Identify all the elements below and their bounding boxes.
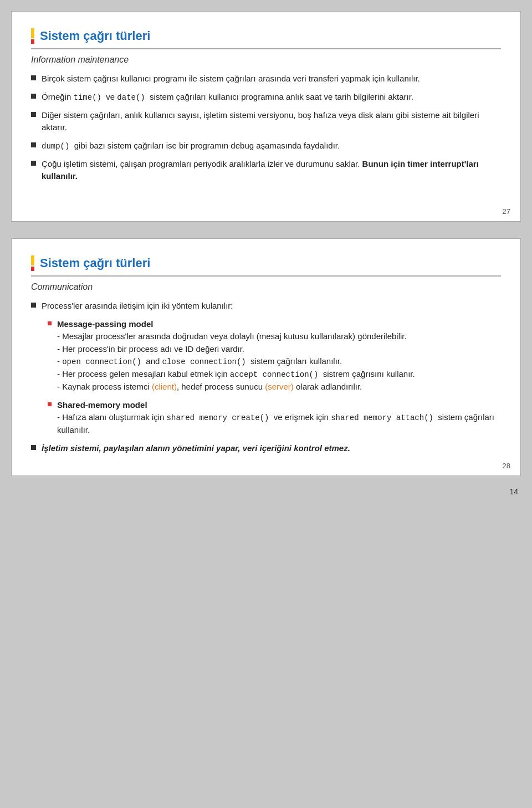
final-bullet-list: İşletim sistemi, paylaşılan alanın yönet… bbox=[31, 442, 501, 455]
sub-bullet-text: Message-passing model - Mesajlar process… bbox=[57, 318, 501, 393]
slide1-header: Sistem çağrı türleri bbox=[31, 28, 501, 44]
text-line: - Her process'in bir process adı ve ID d… bbox=[57, 344, 244, 354]
bullet-text: Process'ler arasında iletişim için iki y… bbox=[42, 300, 501, 313]
bullet-text: Birçok sistem çağrısı kullanıcı programı… bbox=[42, 73, 501, 85]
list-item: İşletim sistemi, paylaşılan alanın yönet… bbox=[31, 442, 501, 455]
list-item: Örneğin time() ve date() sistem çağrılar… bbox=[31, 91, 501, 104]
slide2-title: Sistem çağrı türleri bbox=[40, 256, 150, 270]
bullet-text: dump() gibi bazı sistem çağrıları ise bi… bbox=[42, 140, 501, 152]
slide2-number: 28 bbox=[503, 462, 510, 470]
accent-top-1 bbox=[31, 28, 34, 38]
header-accent-1 bbox=[31, 28, 34, 44]
bullet-icon bbox=[31, 161, 36, 166]
slide2-header: Sistem çağrı türleri bbox=[31, 255, 501, 271]
slide2-subtitle: Communication bbox=[31, 282, 501, 292]
accent-bottom-2 bbox=[31, 267, 34, 271]
slide1-number: 27 bbox=[503, 207, 510, 216]
code-close: close connection() bbox=[162, 357, 246, 366]
bullet-icon bbox=[31, 94, 36, 99]
bullet-icon bbox=[31, 112, 36, 117]
list-item: Diğer sistem çağrıları, anlık kullanıcı … bbox=[31, 109, 501, 134]
bullet-icon bbox=[31, 142, 36, 147]
bullet-icon bbox=[31, 445, 36, 450]
sub-section-label: Message-passing model bbox=[57, 319, 153, 329]
code-accept: accept connection() bbox=[230, 370, 319, 379]
sub-section-label: Shared-memory model bbox=[57, 400, 147, 410]
list-item: Shared-memory model - Hafıza alanı oluşt… bbox=[48, 399, 501, 437]
code-time: time() bbox=[74, 93, 101, 102]
accent-top-2 bbox=[31, 255, 34, 265]
accent-bottom-1 bbox=[31, 39, 34, 44]
bullet-text: Diğer sistem çağrıları, anlık kullanıcı … bbox=[42, 109, 501, 134]
code-open: open connection() bbox=[62, 357, 141, 366]
code-shm-create: shared memory create() bbox=[167, 413, 269, 422]
sub-bullet-icon bbox=[48, 402, 52, 406]
sub-bullet-icon bbox=[48, 321, 52, 325]
bullet-text: Örneğin time() ve date() sistem çağrılar… bbox=[42, 91, 501, 104]
text-line: - open connection() and close connection… bbox=[57, 356, 342, 366]
slide-2: Sistem çağrı türleri Communication Proce… bbox=[11, 238, 521, 476]
bullet-text: Çoğu işletim sistemi, çalışan programlar… bbox=[42, 158, 501, 183]
sub-list-1: Message-passing model - Mesajlar process… bbox=[48, 318, 501, 393]
sub-list-2: Shared-memory model - Hafıza alanı oluşt… bbox=[48, 399, 501, 437]
text-line: - Her process gelen mesajları kabul etme… bbox=[57, 369, 415, 379]
slide1-title: Sistem çağrı türleri bbox=[40, 29, 150, 43]
code-dump: dump() bbox=[42, 142, 69, 151]
bold-text: Bunun için timer interrupt'ları kullanıl… bbox=[42, 159, 479, 181]
list-item: Message-passing model - Mesajlar process… bbox=[48, 318, 501, 393]
text-line: - Mesajlar process'ler arasında doğrudan… bbox=[57, 331, 407, 341]
list-item: Çoğu işletim sistemi, çalışan programlar… bbox=[31, 158, 501, 183]
bullet-icon bbox=[31, 303, 36, 308]
code-date: date() bbox=[117, 93, 145, 102]
sub-bullet-text: Shared-memory model - Hafıza alanı oluşt… bbox=[57, 399, 501, 437]
slide2-bullet-list: Process'ler arasında iletişim için iki y… bbox=[31, 300, 501, 313]
final-bullet-text: İşletim sistemi, paylaşılan alanın yönet… bbox=[42, 442, 501, 455]
header-accent-2 bbox=[31, 255, 34, 271]
list-item: Process'ler arasında iletişim için iki y… bbox=[31, 300, 501, 313]
slide1-bullet-list: Birçok sistem çağrısı kullanıcı programı… bbox=[31, 73, 501, 183]
list-item: dump() gibi bazı sistem çağrıları ise bi… bbox=[31, 140, 501, 152]
bullet-icon bbox=[31, 75, 36, 80]
text-line: - Hafıza alanı oluşturmak için shared me… bbox=[57, 412, 494, 434]
title-underline-1 bbox=[31, 48, 501, 49]
code-shm-attach: shared memory attach() bbox=[331, 413, 433, 422]
slide1-subtitle: Information maintenance bbox=[31, 55, 501, 65]
slide-1: Sistem çağrı türleri Information mainten… bbox=[11, 11, 521, 222]
title-underline-2 bbox=[31, 275, 501, 277]
text-server: (server) bbox=[265, 382, 294, 391]
text-client: (client) bbox=[152, 382, 177, 391]
list-item: Birçok sistem çağrısı kullanıcı programı… bbox=[31, 73, 501, 85]
text-line: - Kaynak process istemci (client), hedef… bbox=[57, 382, 362, 391]
page-number: 14 bbox=[11, 487, 518, 496]
